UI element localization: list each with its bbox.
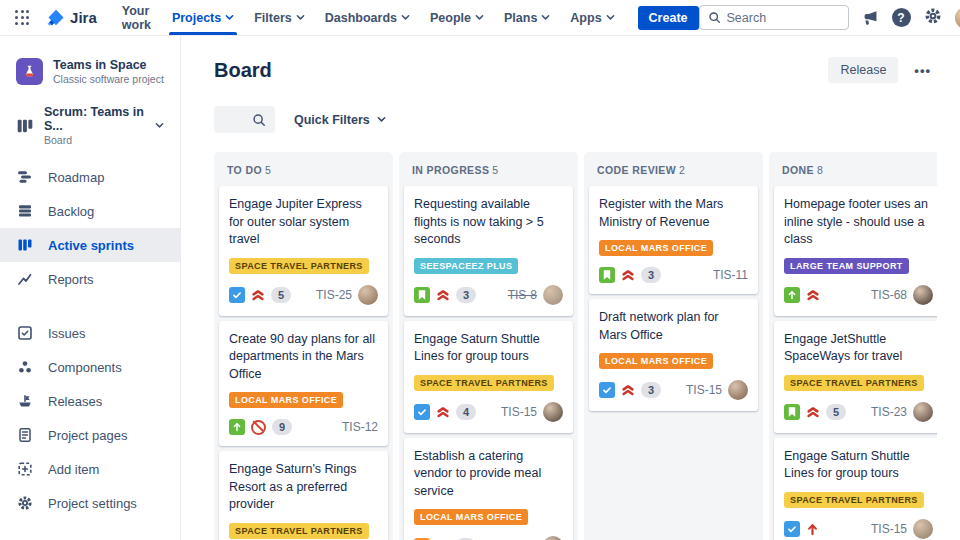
search-input[interactable] [727,11,840,25]
board-column-in-progress: IN PROGRESS5Requesting available flights… [399,152,578,540]
sidebar-item-reports[interactable]: Reports [0,262,180,296]
card-title: Establish a catering vendor to provide m… [414,448,563,501]
settings-icon [16,494,34,512]
card-label: SPACE TRAVEL PARTNERS [229,258,369,274]
chevron-down-icon [296,13,305,22]
assignee-avatar[interactable] [543,402,563,422]
nav-item-filters[interactable]: Filters [245,0,314,35]
card-label: LARGE TEAM SUPPORT [784,258,909,274]
priority-highest-icon [621,383,635,397]
assignee-avatar[interactable] [358,285,378,305]
sidebar-item-backlog[interactable]: Backlog [0,194,180,228]
jira-logo-icon [45,7,66,28]
more-options-button[interactable]: ••• [908,59,937,82]
board-selector[interactable]: Scrum: Teams in S... Board [0,97,180,160]
board-card[interactable]: Engage JetShuttle SpaceWays for travelSP… [774,321,937,433]
release-button[interactable]: Release [828,57,898,83]
board-card[interactable]: Create 90 day plans for all departments … [219,321,388,447]
card-footer: 5TIS-25 [229,285,378,305]
board-selector-name: Scrum: Teams in S... [44,105,145,133]
board-search[interactable] [214,106,275,133]
board-card[interactable]: Engage Saturn's Rings Resort as a prefer… [219,451,388,540]
column-count: 8 [817,164,823,176]
board-card[interactable]: Homepage footer uses an inline style - s… [774,186,937,316]
sidebar-item-label: Project pages [48,428,128,443]
sidebar-item-active-sprints[interactable]: Active sprints [0,228,180,262]
components-icon [16,358,34,376]
nav-item-projects[interactable]: Projects [163,0,243,35]
app-switcher-icon[interactable] [12,7,33,29]
sidebar-item-components[interactable]: Components [0,350,180,384]
estimate-badge: 3 [641,382,661,398]
assignee-avatar[interactable] [913,402,933,422]
search-icon [708,11,721,24]
project-avatar [16,58,43,85]
card-label: SPACE TRAVEL PARTNERS [784,375,924,391]
board-card[interactable]: Engage Jupiter Express for outer solar s… [219,186,388,316]
column-name: TO DO [227,164,262,176]
column-count: 5 [265,164,271,176]
sidebar-item-project-settings[interactable]: Project settings [0,486,180,520]
global-search[interactable] [699,5,849,30]
card-title: Engage Saturn Shuttle Lines for group to… [414,331,563,366]
additem-icon [16,460,34,478]
sidebar-item-releases[interactable]: Releases [0,384,180,418]
sidebar-item-add-item[interactable]: Add item [0,452,180,486]
sidebar-item-issues[interactable]: Issues [0,316,180,350]
assignee-avatar[interactable] [728,380,748,400]
nav-item-label: Filters [254,11,292,25]
estimate-badge: 5 [826,404,846,420]
column-header: IN PROGRESS5 [404,152,573,186]
reports-icon [16,270,34,288]
nav-item-apps[interactable]: Apps [561,0,623,35]
issue-key: TIS-15 [501,405,537,419]
assignee-avatar[interactable] [913,519,933,539]
board-card[interactable]: Register with the Mars Ministry of Reven… [589,186,758,294]
quick-filters-dropdown[interactable]: Quick Filters [294,113,386,127]
settings-gear-icon[interactable] [924,7,942,28]
project-header[interactable]: Teams in Space Classic software project [0,54,180,97]
sidebar-item-label: Roadmap [48,170,104,185]
sidebar-item-project-pages[interactable]: Project pages [0,418,180,452]
nav-item-dashboards[interactable]: Dashboards [316,0,419,35]
board-column-done: DONE8Homepage footer uses an inline styl… [769,152,937,540]
project-type: Classic software project [53,73,164,85]
column-count: 2 [679,164,685,176]
board-card[interactable]: Establish a catering vendor to provide m… [404,438,573,540]
help-icon[interactable]: ? [892,8,911,27]
nav-item-plans[interactable]: Plans [495,0,559,35]
board-card[interactable]: Requesting available flights is now taki… [404,186,573,316]
nav-item-label: Plans [504,11,537,25]
user-avatar[interactable] [955,7,960,29]
card-label: SEESPACEEZ PLUS [414,258,518,274]
nav-item-your-work[interactable]: Your work [113,0,161,35]
assignee-avatar[interactable] [543,536,563,540]
chevron-down-icon [155,121,164,130]
card-label: LOCAL MARS OFFICE [229,392,343,408]
assignee-avatar[interactable] [543,285,563,305]
issues-icon [16,324,34,342]
card-footer: 3TIS-8 [414,285,563,305]
board-card[interactable]: Engage Saturn Shuttle Lines for group to… [404,321,573,433]
sprints-icon [16,236,34,254]
card-title: Register with the Mars Ministry of Reven… [599,196,748,231]
board-card[interactable]: Engage Saturn Shuttle Lines for group to… [774,438,937,540]
column-cards: Homepage footer uses an inline style - s… [774,186,937,540]
roadmap-icon [16,168,34,186]
issue-key: TIS-12 [342,420,378,434]
releases-icon [16,392,34,410]
board-card[interactable]: Draft network plan for Mars OfficeLOCAL … [589,299,758,411]
card-label: SPACE TRAVEL PARTNERS [414,375,554,391]
nav-item-people[interactable]: People [421,0,493,35]
sidebar-item-roadmap[interactable]: Roadmap [0,160,180,194]
assignee-avatar[interactable] [913,285,933,305]
jira-logo[interactable]: Jira [45,7,97,28]
quick-filters-label: Quick Filters [294,113,370,127]
estimate-badge: 3 [641,267,661,283]
create-button[interactable]: Create [638,6,699,30]
card-title: Requesting available flights is now taki… [414,196,563,249]
announcement-icon[interactable] [862,9,879,26]
sidebar-item-label: Reports [48,272,94,287]
nav-item-label: People [430,11,471,25]
issue-key: TIS-68 [871,288,907,302]
